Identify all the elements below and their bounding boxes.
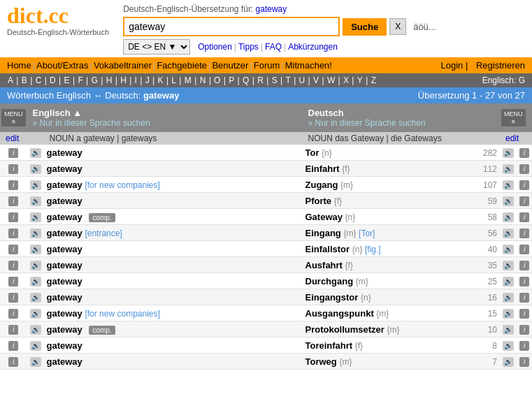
info-icon-right[interactable]: i: [519, 229, 529, 238]
alpha-d[interactable]: D: [50, 75, 56, 85]
info-icon-right[interactable]: i: [519, 196, 529, 206]
search-button[interactable]: Suche: [343, 18, 387, 36]
sound-icon[interactable]: 🔊: [30, 164, 41, 174]
nav-vokabel[interactable]: Vokabeltrainer: [94, 60, 152, 71]
alpha-z[interactable]: Z: [371, 75, 376, 85]
alpha-b[interactable]: B: [22, 75, 27, 85]
info-icon-right[interactable]: i: [519, 164, 529, 174]
nav-fach[interactable]: Fachgebiete: [157, 60, 207, 71]
sound-icon[interactable]: 🔊: [30, 309, 41, 319]
nav-mitmachen[interactable]: Mitmachen!: [285, 60, 332, 71]
info-icon[interactable]: i: [8, 261, 18, 270]
alpha-p[interactable]: P: [229, 75, 234, 85]
info-icon[interactable]: i: [8, 325, 18, 335]
faq-link[interactable]: FAQ: [265, 42, 282, 52]
info-icon[interactable]: i: [8, 229, 18, 238]
alpha-u[interactable]: U: [299, 75, 305, 85]
de-header-sub[interactable]: » Nur in dieser Sprache suchen: [308, 118, 426, 128]
sound-icon[interactable]: 🔊: [30, 229, 41, 238]
sound-icon-right[interactable]: 🔊: [503, 229, 514, 238]
alpha-f[interactable]: F: [78, 75, 82, 85]
edit-right-link[interactable]: edit: [505, 133, 519, 143]
info-icon[interactable]: i: [8, 180, 18, 190]
sound-icon[interactable]: 🔊: [30, 293, 41, 303]
alpha-a[interactable]: A: [8, 75, 13, 85]
alpha-w[interactable]: W: [327, 75, 335, 85]
alpha-e[interactable]: E: [64, 75, 70, 85]
menu-right-btn[interactable]: MENU≡: [501, 109, 526, 127]
sound-icon[interactable]: 🔊: [30, 277, 41, 287]
alpha-k[interactable]: K: [158, 75, 164, 85]
info-icon-right[interactable]: i: [519, 309, 529, 319]
info-icon-right[interactable]: i: [519, 212, 529, 222]
info-icon-right[interactable]: i: [519, 325, 529, 335]
alpha-l[interactable]: L: [171, 75, 176, 85]
alpha-i[interactable]: I: [135, 75, 137, 85]
alpha-c[interactable]: C: [36, 75, 42, 85]
sound-icon-right[interactable]: 🔊: [503, 309, 514, 319]
alpha-m[interactable]: M: [185, 75, 192, 85]
clear-button[interactable]: X: [389, 18, 406, 35]
info-icon-right[interactable]: i: [519, 245, 529, 254]
nav-registrieren[interactable]: Registrieren: [476, 60, 525, 71]
info-icon-right[interactable]: i: [519, 293, 529, 303]
sound-icon-right[interactable]: 🔊: [503, 164, 514, 174]
options-link[interactable]: Optionen: [198, 42, 232, 52]
sound-icon-right[interactable]: 🔊: [503, 180, 514, 190]
info-icon[interactable]: i: [8, 293, 18, 303]
info-icon[interactable]: i: [8, 309, 18, 319]
search-input[interactable]: [123, 17, 340, 36]
info-icon[interactable]: i: [8, 164, 18, 174]
abkurzungen-link[interactable]: Abkürzungen: [288, 42, 338, 52]
en-header-title[interactable]: Englisch ▲: [33, 108, 82, 118]
sound-icon-right[interactable]: 🔊: [503, 261, 514, 270]
sound-icon[interactable]: 🔊: [30, 196, 41, 206]
nav-home[interactable]: Home: [7, 60, 31, 71]
edit-left-link[interactable]: edit: [6, 133, 19, 143]
alpha-n[interactable]: N: [200, 75, 206, 85]
info-icon-right[interactable]: i: [519, 180, 529, 190]
de-header-title[interactable]: Deutsch: [308, 108, 344, 118]
sound-icon[interactable]: 🔊: [30, 357, 41, 367]
nav-forum[interactable]: Forum: [254, 60, 280, 71]
alpha-s[interactable]: S: [272, 75, 278, 85]
info-icon-right[interactable]: i: [519, 261, 529, 270]
sound-icon[interactable]: 🔊: [30, 261, 41, 270]
sound-icon-right[interactable]: 🔊: [503, 293, 514, 303]
info-icon-right[interactable]: i: [519, 341, 529, 351]
info-icon[interactable]: i: [8, 277, 18, 287]
sound-icon[interactable]: 🔊: [30, 148, 41, 158]
alpha-y[interactable]: Y: [357, 75, 363, 85]
sound-icon-right[interactable]: 🔊: [503, 196, 514, 206]
lang-select[interactable]: DE <> EN ▼: [123, 39, 190, 55]
sound-icon[interactable]: 🔊: [30, 341, 41, 351]
nav-benutzer[interactable]: Benutzer: [212, 60, 248, 71]
alpha-h[interactable]: H: [106, 75, 113, 85]
info-icon[interactable]: i: [8, 196, 18, 206]
alpha-t[interactable]: T: [285, 75, 290, 85]
sound-icon[interactable]: 🔊: [30, 325, 41, 335]
alpha-o[interactable]: O: [214, 75, 220, 85]
sound-icon-right[interactable]: 🔊: [503, 341, 514, 351]
info-icon[interactable]: i: [8, 341, 18, 351]
sound-icon-right[interactable]: 🔊: [503, 212, 514, 222]
info-icon-right[interactable]: i: [519, 277, 529, 287]
search-query-link[interactable]: gateway: [256, 4, 287, 14]
alpha-g[interactable]: G: [92, 75, 98, 85]
en-header-sub[interactable]: » Nur in dieser Sprache suchen: [33, 118, 150, 128]
nav-about[interactable]: About/Extras: [36, 60, 88, 71]
menu-left-btn[interactable]: MENU≡: [1, 109, 26, 127]
info-icon-right[interactable]: i: [519, 148, 529, 158]
info-icon-right[interactable]: i: [519, 357, 529, 367]
sound-icon-right[interactable]: 🔊: [503, 245, 514, 254]
alpha-x[interactable]: X: [343, 75, 349, 85]
nav-login[interactable]: Login: [440, 60, 463, 71]
info-icon[interactable]: i: [8, 148, 18, 158]
info-icon[interactable]: i: [8, 212, 18, 222]
alpha-h2[interactable]: H: [120, 75, 127, 85]
info-icon[interactable]: i: [8, 357, 18, 367]
sound-icon-right[interactable]: 🔊: [503, 148, 514, 158]
sound-icon[interactable]: 🔊: [30, 212, 41, 222]
alpha-j[interactable]: J: [145, 75, 150, 85]
alpha-r[interactable]: R: [257, 75, 264, 85]
